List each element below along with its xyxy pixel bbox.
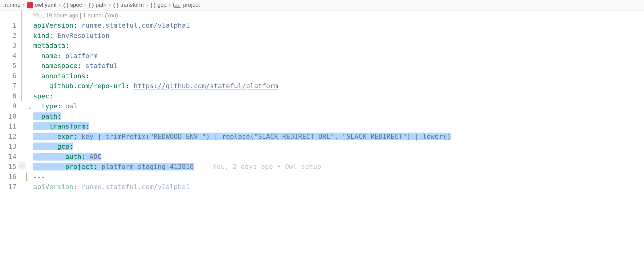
fold-column [25,11,33,192]
crumb-owl-yaml[interactable]: owl.yaml [27,2,56,8]
crumb-sep: › [169,2,171,8]
line-number: 7 [0,81,16,91]
line-number: 3 [0,41,16,51]
line-number: 12 [0,132,16,142]
text-cursor [194,163,194,171]
code-line[interactable]: ····transform: [33,121,644,132]
line-number-gutter: 1 2 3 4 5 6 7 8 9 10 11 12 13 14 15+ 16 … [0,11,20,192]
code-line[interactable]: spec: [33,91,644,102]
line-number: 14 [0,152,16,162]
crumb-spec[interactable]: { } spec [63,2,82,8]
crumb-sep: › [84,2,86,8]
brace-icon: { } [63,2,68,8]
line-number: 10 [0,111,16,122]
crumb-runme[interactable]: .runme [3,2,20,8]
string-icon: abc [173,3,181,8]
code-line[interactable]: ········auth:·ADC [33,152,644,162]
code-line[interactable]: metadata: [33,41,644,51]
line-number: 1 [0,20,16,31]
code-line[interactable]: namespace: stateful [33,61,644,71]
code-line[interactable]: ▎--- [33,172,644,182]
crumb-sep: › [23,2,25,8]
code-line[interactable]: ······expr:·key | trimPrefix("REDWOOD_EN… [33,132,644,142]
editor[interactable]: 1 2 3 4 5 6 7 8 9 10 11 12 13 14 15+ 16 … [0,11,644,192]
line-number: 6 [0,71,16,81]
code-area[interactable]: You, 19 hours ago | 1 author (You) apiVe… [33,11,644,192]
line-number: 9 [0,101,16,111]
sparkle-icon: ✦ [28,103,31,113]
code-line[interactable]: annotations: [33,71,644,81]
crumb-gcp[interactable]: { } gcp [150,2,166,8]
line-number: 4 [0,51,16,61]
breadcrumb: .runme › owl.yaml › { } spec › { } path … [0,0,644,11]
brace-icon: { } [150,2,155,8]
line-number: 13 [0,142,16,152]
line-number: 5 [0,61,16,71]
code-line[interactable]: ······gcp: [33,142,644,152]
crumb-sep: › [59,2,61,8]
brace-icon: { } [113,2,118,8]
code-line[interactable]: github.com/repo-url: https://github.com/… [33,81,644,91]
crumb-sep: › [146,2,148,8]
add-line-button[interactable]: + [18,162,26,170]
code-line[interactable]: name: platform [33,51,644,61]
line-number: 2 [0,31,16,41]
crumb-project[interactable]: abc project [173,2,200,8]
line-number: 15+ [0,162,16,172]
line-number: 11 [0,121,16,132]
crumb-sep: › [109,2,111,8]
yaml-doc-start-icon: ▎ [26,172,30,182]
code-line[interactable]: apiVersion: runme.stateful.com/v1alpha1 [33,182,644,192]
yaml-file-icon [27,2,33,8]
crumb-path[interactable]: { } path [89,2,106,8]
line-number: 8 [0,91,16,102]
change-bar [21,11,22,101]
code-line[interactable]: ········project:·platform-staging-413816… [33,162,644,172]
code-line[interactable]: ✦ type: owl [33,101,644,111]
brace-icon: { } [89,2,94,8]
gitlens-header: You, 19 hours ago | 1 author (You) [33,11,644,20]
crumb-transform[interactable]: { } transform [113,2,144,8]
code-line[interactable]: ··path: [33,111,644,122]
line-number: 17 [0,182,16,192]
line-number: 16 [0,172,16,182]
gitlens-inline-blame: You, 2 days ago • Owl setup [213,163,321,170]
code-line[interactable]: apiVersion: runme.stateful.com/v1alpha1 [33,20,644,31]
code-line[interactable]: kind: EnvResolution [33,31,644,41]
